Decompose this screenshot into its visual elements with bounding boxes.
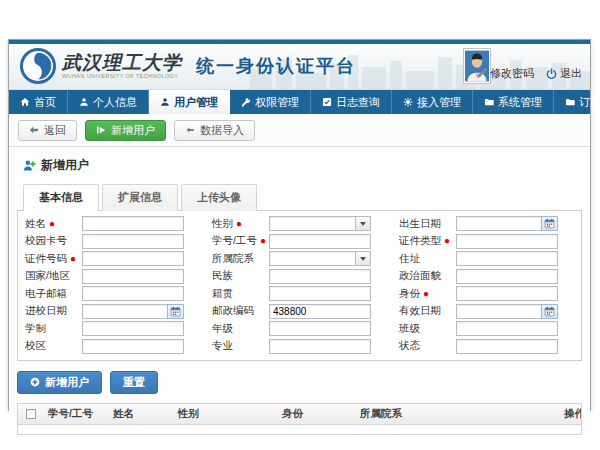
reset-button[interactable]: 重置: [110, 371, 158, 394]
gender-label: 性别●: [209, 217, 269, 231]
add-user-toolbar-button[interactable]: 新增用户: [85, 120, 166, 141]
status-input[interactable]: [456, 339, 558, 354]
header: 武汉理工大学 WUHAN UNIVERSITY OF TECHNOLOGY 统一…: [9, 44, 590, 90]
home-icon: [20, 97, 30, 107]
political-status-label: 政治面貌: [396, 269, 456, 283]
required-marker: ●: [423, 288, 429, 299]
nav-tab-log-query[interactable]: 日志查询: [311, 90, 392, 114]
nav-tab-user-mgmt[interactable]: 用户管理: [149, 90, 230, 114]
logout-link[interactable]: 退出: [546, 66, 582, 81]
tab-basic-info[interactable]: 基本信息: [23, 184, 99, 211]
country-region-input[interactable]: [82, 269, 184, 284]
pencil-icon: [476, 68, 487, 79]
native-place-input[interactable]: [269, 286, 371, 301]
required-marker: ●: [49, 218, 55, 229]
nav-tab-permission-mgmt[interactable]: 权限管理: [230, 90, 311, 114]
name-label: 姓名●: [22, 217, 82, 231]
nav-tab-system-mgmt[interactable]: 系统管理: [473, 90, 554, 114]
chevron-down-icon: [355, 216, 371, 231]
form-grid: 姓名●校园卡号证件号码●国家/地区电子邮箱进校日期学制校区性别●学号/工号●所属…: [22, 216, 577, 354]
campus-input[interactable]: [82, 339, 184, 354]
nav-tab-profile[interactable]: 个人信息: [68, 90, 149, 114]
address-label: 住址: [396, 252, 456, 266]
form-field-country-region: 国家/地区: [22, 269, 203, 284]
nav-tab-label: 接入管理: [417, 95, 461, 110]
form-field-id-number: 证件号码●: [22, 251, 203, 266]
address-input[interactable]: [456, 251, 558, 266]
form-field-valid-date: 有效日期: [396, 304, 577, 319]
folder-icon: [565, 97, 575, 107]
back-button[interactable]: 返回: [18, 120, 77, 141]
department-select[interactable]: [269, 251, 371, 266]
form-field-campus: 校区: [22, 339, 203, 354]
form-field-ethnicity: 民族: [209, 269, 390, 284]
native-place-label: 籍贯: [209, 287, 269, 301]
identity-input[interactable]: [456, 286, 558, 301]
valid-date-input[interactable]: [456, 304, 541, 319]
form-field-campus-card-no: 校园卡号: [22, 234, 203, 249]
form-field-id-type: 证件类型●: [396, 234, 577, 249]
grade-input[interactable]: [269, 321, 371, 336]
grade-label: 年级: [209, 322, 269, 336]
user-links: 修改密码 退出: [476, 66, 582, 81]
country-region-label: 国家/地区: [22, 269, 82, 283]
nav-tab-label: 系统管理: [498, 95, 542, 110]
nav-tab-access-mgmt[interactable]: 接入管理: [392, 90, 473, 114]
column-header: 姓名: [109, 407, 174, 421]
tab-extended-info[interactable]: 扩展信息: [102, 184, 178, 211]
status-label: 状态: [396, 339, 456, 353]
student-staff-id-input[interactable]: [269, 234, 371, 249]
submit-add-user-button[interactable]: 新增用户: [17, 371, 102, 394]
calendar-icon[interactable]: [541, 304, 558, 319]
id-number-label: 证件号码●: [22, 252, 82, 266]
content-area: 新增用户 基本信息扩展信息上传头像 姓名●校园卡号证件号码●国家/地区电子邮箱进…: [9, 147, 590, 435]
required-marker: ●: [236, 218, 242, 229]
form-field-student-staff-id: 学号/工号●: [209, 234, 390, 249]
chevron-down-icon: [355, 251, 371, 266]
form-field-native-place: 籍贯: [209, 286, 390, 301]
ethnicity-input[interactable]: [269, 269, 371, 284]
logout-label: 退出: [560, 66, 582, 81]
enrollment-date-input[interactable]: [82, 304, 167, 319]
tab-label: 基本信息: [39, 191, 83, 203]
back-arrow-icon: [29, 125, 39, 135]
name-input[interactable]: [82, 216, 184, 231]
nav-tab-subscription-mgmt[interactable]: 订阅管理: [554, 90, 600, 114]
postal-code-input[interactable]: [269, 304, 371, 319]
schooling-length-label: 学制: [22, 322, 82, 336]
campus-card-no-input[interactable]: [82, 234, 184, 249]
column-header: 性别: [174, 407, 278, 421]
section-title: 新增用户: [41, 157, 89, 174]
data-import-label: 数据导入: [200, 125, 244, 136]
required-marker: ●: [260, 235, 266, 246]
results-table-empty-body: [18, 425, 581, 434]
form-field-class: 班级: [396, 321, 577, 336]
nav-tab-label: 订阅管理: [579, 95, 600, 110]
schooling-length-input[interactable]: [82, 321, 184, 336]
calendar-icon[interactable]: [167, 304, 184, 319]
major-input[interactable]: [269, 339, 371, 354]
required-marker: ●: [444, 235, 450, 246]
political-status-input[interactable]: [456, 269, 558, 284]
id-number-input[interactable]: [82, 251, 184, 266]
results-table: 学号/工号姓名性别身份所属院系操作: [17, 403, 582, 435]
class-input[interactable]: [456, 321, 558, 336]
nav-tab-home[interactable]: 首页: [9, 90, 68, 114]
university-name-en: WUHAN UNIVERSITY OF TECHNOLOGY: [62, 74, 182, 80]
birth-date-input[interactable]: [456, 216, 541, 231]
calendar-icon[interactable]: [541, 216, 558, 231]
select-all-checkbox[interactable]: [26, 409, 36, 419]
id-type-input[interactable]: [456, 234, 558, 249]
checklist-icon: [322, 97, 332, 107]
university-logo: [19, 47, 57, 85]
gender-select[interactable]: [269, 216, 371, 231]
form-field-gender: 性别●: [209, 216, 390, 231]
change-password-link[interactable]: 修改密码: [476, 66, 534, 81]
data-import-button[interactable]: 数据导入: [174, 120, 255, 141]
form-field-address: 住址: [396, 251, 577, 266]
birth-date-label: 出生日期: [396, 217, 456, 231]
users-icon: [160, 97, 170, 107]
postal-code-label: 邮政编码: [209, 304, 269, 318]
tab-upload-avatar[interactable]: 上传头像: [181, 184, 257, 211]
email-input[interactable]: [82, 286, 184, 301]
